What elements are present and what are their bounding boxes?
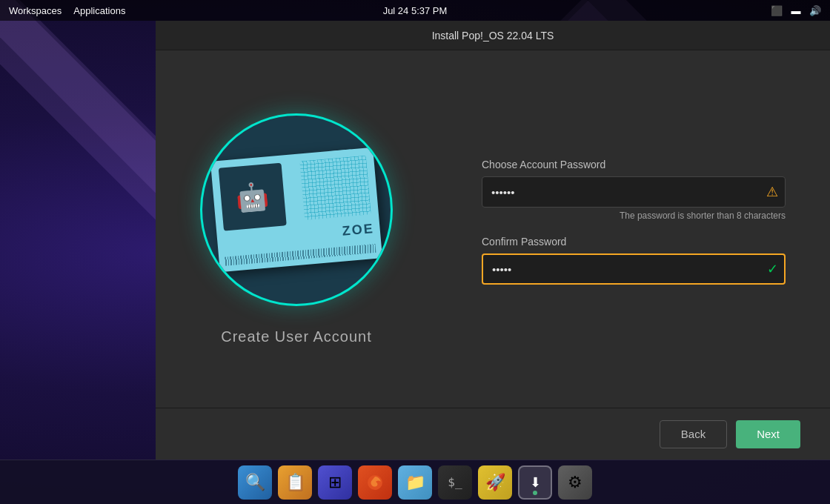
topbar-right: ⬛ ▬ 🔊: [551, 4, 821, 16]
confirm-input-wrapper: ✓: [482, 253, 786, 285]
password-input[interactable]: [482, 176, 786, 208]
id-card-name: ZOE: [342, 221, 375, 239]
taskbar-grid-icon[interactable]: ⊞: [318, 465, 352, 500]
topbar: Workspaces Applications Jul 24 5:37 PM ⬛…: [0, 0, 830, 21]
id-card-robot-face: 🤖: [219, 162, 287, 231]
taskbar-files-icon[interactable]: 📋: [278, 465, 312, 500]
datetime-display: Jul 24 5:37 PM: [383, 5, 448, 16]
password-input-wrapper: ⚠: [482, 176, 786, 208]
taskbar-settings-icon[interactable]: ⚙: [558, 465, 592, 500]
taskbar: 🔍 📋 ⊞ 📁 $_ 🚀 ⬇ ⚙: [0, 460, 830, 504]
id-card-barcode: [225, 243, 376, 265]
password-hint: The password is shorter than 8 character…: [482, 210, 786, 221]
workspaces-button[interactable]: Workspaces: [9, 5, 62, 16]
back-button[interactable]: Back: [660, 420, 727, 448]
installer-window: Install Pop!_OS 22.04 LTS 🤖 ZOE Cre: [156, 21, 830, 460]
installer-left-panel: 🤖 ZOE Create User Account: [156, 50, 437, 408]
volume-icon[interactable]: 🔊: [809, 4, 821, 16]
password-group: Choose Account Password ⚠ The password i…: [482, 159, 786, 221]
taskbar-search-icon[interactable]: 🔍: [238, 465, 272, 500]
taskbar-installer-icon[interactable]: ⬇: [518, 465, 552, 500]
taskbar-folder-icon[interactable]: 📁: [398, 465, 432, 500]
confirm-label: Confirm Password: [482, 236, 786, 248]
id-card-notch: [328, 149, 351, 157]
id-card-pattern: [299, 155, 371, 220]
topbar-left: Workspaces Applications: [9, 5, 279, 16]
screen-icon[interactable]: ⬛: [771, 4, 783, 16]
section-label: Create User Account: [221, 328, 372, 345]
topbar-center: Jul 24 5:37 PM: [279, 5, 550, 16]
installer-titlebar: Install Pop!_OS 22.04 LTS: [156, 21, 830, 50]
taskbar-launcher-icon[interactable]: 🚀: [478, 465, 512, 500]
installer-footer: Back Next: [156, 408, 830, 460]
installer-title: Install Pop!_OS 22.04 LTS: [432, 30, 554, 42]
desktop: Workspaces Applications Jul 24 5:37 PM ⬛…: [0, 0, 830, 504]
taskbar-firefox-icon[interactable]: [358, 465, 392, 500]
robot-emoji: 🤖: [235, 179, 270, 213]
installer-body: 🤖 ZOE Create User Account Choose Account…: [156, 50, 830, 408]
password-label: Choose Account Password: [482, 159, 786, 170]
applications-button[interactable]: Applications: [73, 5, 125, 16]
id-card: 🤖 ZOE: [210, 147, 382, 272]
next-button[interactable]: Next: [736, 420, 800, 448]
confirm-password-input[interactable]: [482, 253, 786, 285]
taskbar-terminal-icon[interactable]: $_: [438, 465, 472, 500]
confirm-password-group: Confirm Password ✓: [482, 236, 786, 285]
battery-icon[interactable]: ▬: [790, 4, 802, 16]
installer-right-panel: Choose Account Password ⚠ The password i…: [437, 50, 830, 408]
check-icon: ✓: [767, 261, 778, 277]
avatar-circle: 🤖 ZOE: [200, 113, 393, 306]
warning-icon: ⚠: [766, 184, 778, 200]
